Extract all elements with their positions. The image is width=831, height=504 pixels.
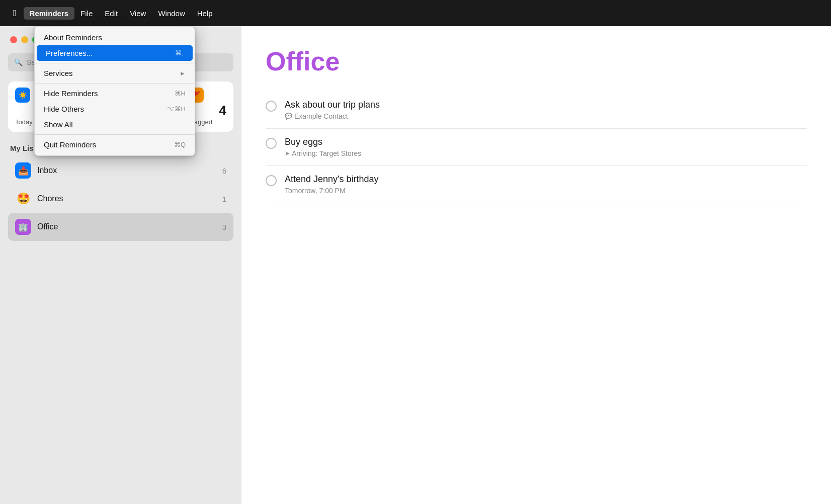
chores-count: 1 <box>222 195 226 203</box>
reminder-subtitle-3: Tomorrow, 7:00 PM <box>285 187 807 195</box>
window-menu-item[interactable]: Window <box>152 7 191 20</box>
flagged-count: 4 <box>219 103 226 118</box>
reminder-content-2: Buy eggs ➤ Arriving: Target Stores <box>285 137 807 157</box>
office-icon: 🏢 <box>15 219 31 235</box>
office-count: 3 <box>222 223 226 231</box>
menu-item-preferences-shortcut: ⌘, <box>175 49 184 57</box>
menu-item-hide-others-label: Hide Others <box>44 105 161 113</box>
menu-item-quit-shortcut: ⌘Q <box>174 141 186 148</box>
menu-item-preferences[interactable]: Preferences... ⌘, <box>37 45 193 61</box>
reminders-menu-item[interactable]: Reminders <box>24 7 75 20</box>
menu-item-quit-label: Quit Reminders <box>44 140 168 149</box>
inbox-icon: 📥 <box>15 162 31 179</box>
today-icon: ☀️ <box>15 88 30 103</box>
close-button[interactable] <box>10 36 17 43</box>
menu-bar:  Reminders File Edit View Window Help <box>0 0 831 26</box>
menu-item-hide-reminders-label: Hide Reminders <box>44 89 169 98</box>
list-item-chores[interactable]: 🤩 Chores 1 <box>8 185 233 213</box>
dropdown-menu: About Reminders Preferences... ⌘, Servic… <box>34 26 195 156</box>
reminder-item-3: Attend Jenny's birthday Tomorrow, 7:00 P… <box>266 166 807 203</box>
reminder-checkbox-2[interactable] <box>266 138 277 149</box>
reminder-subtitle-2: ➤ Arriving: Target Stores <box>285 149 807 157</box>
menu-item-show-all[interactable]: Show All <box>35 117 195 132</box>
reminder-checkbox-1[interactable] <box>266 101 277 112</box>
reminder-subtitle-text-2: Arriving: Target Stores <box>292 149 361 157</box>
reminder-title-3: Attend Jenny's birthday <box>285 174 807 185</box>
list-item-office[interactable]: 🏢 Office 3 <box>8 213 233 241</box>
reminder-item-2: Buy eggs ➤ Arriving: Target Stores <box>266 129 807 166</box>
main-content: Office Ask about our trip plans 💬 Exampl… <box>241 26 831 504</box>
menu-item-hide-others[interactable]: Hide Others ⌥⌘H <box>35 101 195 117</box>
menu-separator-2 <box>35 83 195 83</box>
chores-label: Chores <box>37 194 216 203</box>
menu-item-show-all-label: Show All <box>44 120 180 129</box>
search-icon: 🔍 <box>14 58 23 66</box>
menu-separator-1 <box>35 63 195 63</box>
reminder-subtitle-icon-1: 💬 <box>285 113 292 120</box>
reminder-subtitle-icon-2: ➤ <box>285 150 290 157</box>
reminder-title-1: Ask about our trip plans <box>285 100 807 110</box>
menu-separator-3 <box>35 134 195 135</box>
edit-menu-item[interactable]: Edit <box>99 7 124 20</box>
reminder-subtitle-text-1: Example Contact <box>294 112 348 120</box>
office-label: Office <box>37 222 216 231</box>
menu-item-hide-reminders-shortcut: ⌘H <box>175 90 186 97</box>
reminder-subtitle-1: 💬 Example Contact <box>285 112 807 120</box>
menu-item-quit[interactable]: Quit Reminders ⌘Q <box>35 137 195 152</box>
menu-item-hide-others-shortcut: ⌥⌘H <box>167 105 186 113</box>
view-menu-item[interactable]: View <box>124 7 152 20</box>
menu-item-preferences-label: Preferences... <box>46 49 169 57</box>
list-item-inbox[interactable]: 📥 Inbox 6 <box>8 156 233 185</box>
menu-item-services[interactable]: Services ► <box>35 65 195 81</box>
file-menu-item[interactable]: File <box>74 7 99 20</box>
minimize-button[interactable] <box>21 36 28 43</box>
reminder-item-1: Ask about our trip plans 💬 Example Conta… <box>266 92 807 129</box>
menu-item-services-label: Services <box>44 69 174 77</box>
reminder-content-1: Ask about our trip plans 💬 Example Conta… <box>285 100 807 120</box>
dropdown-menu-overlay: About Reminders Preferences... ⌘, Servic… <box>34 26 195 156</box>
reminder-title-2: Buy eggs <box>285 137 807 147</box>
menu-item-hide-reminders[interactable]: Hide Reminders ⌘H <box>35 86 195 101</box>
list-title: Office <box>266 46 807 76</box>
chores-icon: 🤩 <box>15 191 31 207</box>
inbox-count: 6 <box>222 166 226 175</box>
menu-item-about[interactable]: About Reminders <box>35 30 195 45</box>
help-menu-item[interactable]: Help <box>191 7 219 20</box>
reminder-content-3: Attend Jenny's birthday Tomorrow, 7:00 P… <box>285 174 807 195</box>
reminder-checkbox-3[interactable] <box>266 175 277 186</box>
menu-item-about-label: About Reminders <box>44 33 180 42</box>
apple-menu-item[interactable]:  <box>6 6 24 21</box>
reminder-subtitle-text-3: Tomorrow, 7:00 PM <box>285 187 346 195</box>
submenu-arrow-icon: ► <box>180 70 186 77</box>
inbox-label: Inbox <box>37 166 216 175</box>
